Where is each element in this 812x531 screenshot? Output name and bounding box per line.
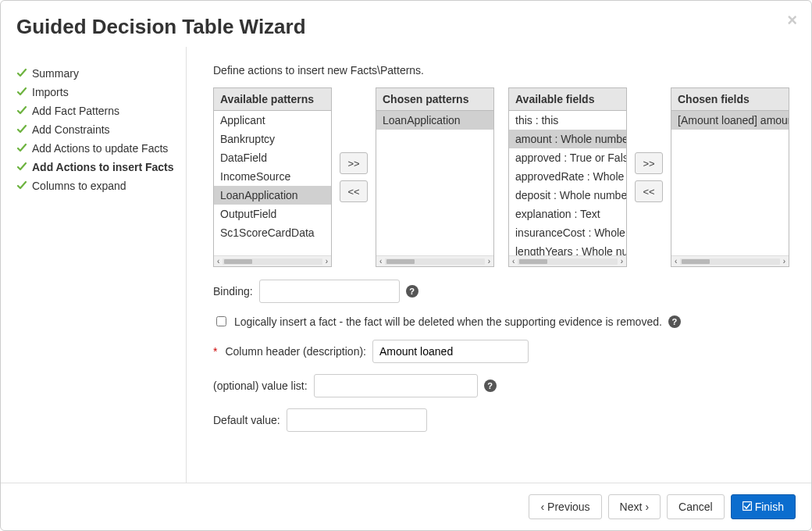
list-item[interactable]: IncomeSource (214, 167, 331, 186)
chevron-right-icon: › (645, 501, 649, 513)
sidebar-step-label: Add Actions to update Facts (32, 142, 168, 155)
panel-header: Chosen fields (671, 88, 789, 111)
help-icon[interactable]: ? (668, 315, 681, 328)
chosen-patterns-list[interactable]: LoanApplication (376, 111, 493, 255)
list-item[interactable]: insuranceCost : Whole number (509, 223, 626, 242)
help-icon[interactable]: ? (484, 380, 497, 392)
sidebar-step-label: Summary (32, 67, 79, 80)
chevron-left-icon: ‹ (540, 501, 544, 513)
sidebar-step-label: Columns to expand (32, 180, 126, 192)
sidebar-step[interactable]: Add Actions to insert Facts (16, 158, 186, 176)
previous-label: Previous (547, 501, 589, 513)
sidebar-step[interactable]: Add Actions to update Facts (16, 139, 186, 158)
wizard-sidebar: SummaryImportsAdd Fact PatternsAdd Const… (16, 47, 187, 483)
check-icon (16, 68, 27, 79)
list-item[interactable]: LoanApplication (376, 111, 493, 130)
sidebar-step-label: Add Constraints (32, 123, 110, 136)
sidebar-step[interactable]: Columns to expand (16, 176, 186, 195)
panel-header: Chosen patterns (376, 88, 493, 111)
check-icon (16, 162, 27, 173)
form-area: Binding: ? Logically insert a fact - the… (213, 280, 811, 432)
sidebar-step-label: Add Actions to insert Facts (32, 161, 174, 173)
sidebar-step[interactable]: Add Fact Patterns (16, 102, 186, 120)
main-panel: Define actions to insert new Facts\Patte… (187, 47, 811, 483)
list-item[interactable]: Bankruptcy (214, 130, 331, 148)
list-item[interactable]: deposit : Whole number (509, 186, 626, 205)
check-icon (16, 87, 27, 98)
sidebar-step-label: Imports (32, 86, 69, 98)
required-marker: * (213, 345, 217, 358)
available-fields-list[interactable]: this : thisamount : Whole numberapproved… (509, 111, 626, 255)
available-fields-panel: Available fields this : thisamount : Who… (508, 87, 627, 267)
instruction-text: Define actions to insert new Facts\Patte… (213, 64, 811, 77)
page-title: Guided Decision Table Wizard (16, 15, 796, 39)
add-pattern-button[interactable]: >> (340, 152, 368, 174)
chosen-fields-list[interactable]: [Amount loaned] amount (671, 111, 789, 255)
list-item[interactable]: explanation : Text (509, 205, 626, 223)
add-field-button[interactable]: >> (635, 152, 663, 174)
binding-input[interactable] (259, 280, 400, 303)
check-icon (16, 105, 27, 116)
scroll-right-icon[interactable]: › (619, 257, 625, 266)
close-icon[interactable]: × (787, 12, 797, 29)
hscrollbar[interactable]: ‹ › (214, 255, 331, 266)
list-item[interactable]: [Amount loaned] amount (671, 111, 789, 130)
list-item[interactable]: LoanApplication (214, 186, 331, 205)
list-item[interactable]: this : this (509, 111, 626, 130)
available-patterns-list[interactable]: ApplicantBankruptcyDataFieldIncomeSource… (214, 111, 331, 255)
sidebar-step[interactable]: Summary (16, 64, 186, 83)
help-icon[interactable]: ? (406, 285, 418, 298)
scroll-left-icon[interactable]: ‹ (378, 257, 383, 266)
wizard-modal: × Guided Decision Table Wizard SummaryIm… (0, 0, 812, 531)
check-icon (16, 124, 27, 135)
scroll-right-icon[interactable]: › (324, 257, 329, 266)
list-item[interactable]: approved : True or False (509, 148, 626, 167)
panel-header: Available patterns (214, 88, 331, 111)
hscrollbar[interactable]: ‹ › (671, 255, 789, 266)
selector-panels: Available patterns ApplicantBankruptcyDa… (213, 87, 811, 267)
scroll-left-icon[interactable]: ‹ (673, 257, 678, 266)
sidebar-step[interactable]: Imports (16, 83, 186, 102)
logical-insert-checkbox[interactable] (216, 316, 226, 326)
next-label: Next (620, 501, 643, 513)
available-patterns-panel: Available patterns ApplicantBankruptcyDa… (213, 87, 332, 267)
list-item[interactable]: approvedRate : Whole number (509, 167, 626, 186)
hscrollbar[interactable]: ‹ › (376, 255, 493, 266)
modal-header: Guided Decision Table Wizard (1, 1, 811, 47)
modal-footer: ‹ Previous Next › Cancel Finish (1, 483, 811, 530)
list-item[interactable]: amount : Whole number (509, 130, 626, 148)
list-item[interactable]: lengthYears : Whole number (509, 242, 626, 255)
scroll-left-icon[interactable]: ‹ (511, 257, 516, 266)
field-transfer-buttons: >> << (627, 87, 671, 267)
list-item[interactable]: OutputField (214, 205, 331, 223)
remove-pattern-button[interactable]: << (340, 180, 368, 202)
value-list-input[interactable] (314, 374, 478, 397)
sidebar-step-label: Add Fact Patterns (32, 105, 119, 117)
list-item[interactable]: DataField (214, 148, 331, 167)
finish-button[interactable]: Finish (731, 494, 796, 519)
cancel-label: Cancel (678, 501, 713, 513)
chosen-patterns-panel: Chosen patterns LoanApplication ‹ › (376, 87, 494, 267)
check-icon (16, 143, 27, 154)
default-value-input[interactable] (287, 408, 427, 432)
column-header-input[interactable] (372, 340, 529, 363)
next-button[interactable]: Next › (608, 494, 661, 519)
scroll-left-icon[interactable]: ‹ (215, 257, 221, 266)
list-item[interactable]: Sc1ScoreCardData (214, 223, 331, 242)
cancel-button[interactable]: Cancel (667, 494, 725, 519)
column-header-label: Column header (description): (225, 345, 366, 358)
previous-button[interactable]: ‹ Previous (529, 494, 601, 519)
list-item[interactable]: Applicant (214, 111, 331, 130)
logical-insert-label: Logically insert a fact - the fact will … (234, 315, 662, 328)
pattern-transfer-buttons: >> << (332, 87, 376, 267)
value-list-label: (optional) value list: (213, 380, 308, 392)
check-icon (16, 180, 27, 191)
default-value-label: Default value: (213, 414, 280, 426)
chosen-fields-panel: Chosen fields [Amount loaned] amount ‹ › (671, 87, 789, 267)
sidebar-step[interactable]: Add Constraints (16, 120, 186, 139)
scroll-right-icon[interactable]: › (486, 257, 492, 266)
check-icon (743, 501, 752, 513)
scroll-right-icon[interactable]: › (782, 257, 787, 266)
hscrollbar[interactable]: ‹ › (509, 255, 626, 266)
remove-field-button[interactable]: << (635, 180, 663, 202)
